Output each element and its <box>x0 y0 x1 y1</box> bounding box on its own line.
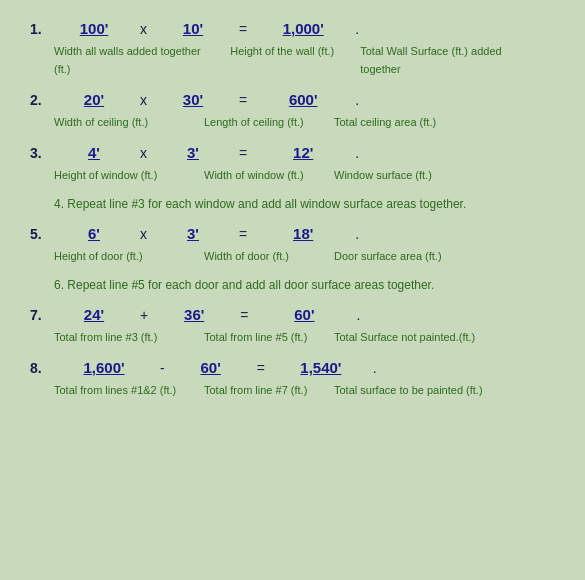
line-1-labels: Width all walls added together (ft.) Hei… <box>30 41 555 77</box>
page: 1. 100' x 10' = 1,000' . Width all walls… <box>0 0 585 580</box>
line-1-op1: x <box>140 21 147 37</box>
line-8-num: 8. <box>30 360 54 376</box>
line-7-num: 7. <box>30 307 54 323</box>
line-8-row: 8. 1,600' - 60' = 1,540' . <box>30 359 555 376</box>
info-4: 4. Repeat line #3 for each window and ad… <box>30 197 555 211</box>
line-1-val1: 100' <box>54 20 134 37</box>
line-2-num: 2. <box>30 92 54 108</box>
line-2-labels: Width of ceiling (ft.) Length of ceiling… <box>30 112 555 130</box>
line-7-row: 7. 24' + 36' = 60' . <box>30 306 555 323</box>
line-2-row: 2. 20' x 30' = 600' . <box>30 91 555 108</box>
line-8-labels: Total from lines #1&2 (ft.) Total from l… <box>30 380 555 398</box>
line-1-val2: 10' <box>153 20 233 37</box>
line-7-labels: Total from line #3 (ft.) Total from line… <box>30 327 555 345</box>
line-5-row: 5. 6' x 3' = 18' . <box>30 225 555 242</box>
line-3-labels: Height of window (ft.) Width of window (… <box>30 165 555 183</box>
line-5-labels: Height of door (ft.) Width of door (ft.)… <box>30 246 555 264</box>
line-3-row: 3. 4' x 3' = 12' . <box>30 144 555 161</box>
line-1-row: 1. 100' x 10' = 1,000' . <box>30 20 555 37</box>
line-1-val3: 1,000' <box>253 20 353 37</box>
line-1-num: 1. <box>30 21 54 37</box>
line-1-op2: = <box>239 21 247 37</box>
line-5-num: 5. <box>30 226 54 242</box>
line-3-num: 3. <box>30 145 54 161</box>
info-6: 6. Repeat line #5 for each door and add … <box>30 278 555 292</box>
